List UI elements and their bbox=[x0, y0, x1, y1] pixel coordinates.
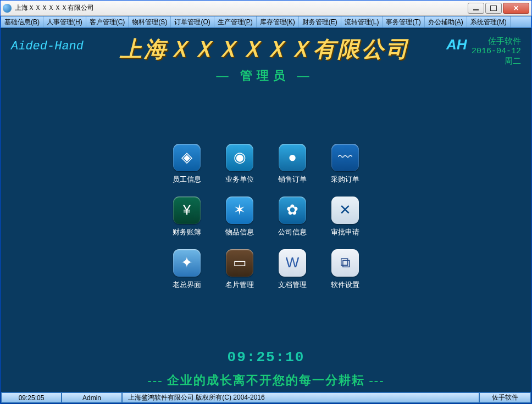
software-setting-icon: ⧉ bbox=[331, 249, 359, 277]
card-manage-label: 名片管理 bbox=[225, 280, 254, 290]
menu-m[interactable]: 系统管理(M) bbox=[467, 16, 511, 27]
weekday-label: 周二 bbox=[472, 56, 521, 66]
purchase-order-icon: 〰 bbox=[331, 144, 359, 171]
doc-manage-label: 文档管理 bbox=[278, 280, 307, 290]
finance-ledger-label: 财务账簿 bbox=[173, 227, 201, 237]
purchase-order-label: 采购订单 bbox=[331, 175, 359, 184]
maximize-button[interactable] bbox=[485, 3, 502, 14]
approval-label: 审批申请 bbox=[331, 227, 359, 237]
menu-o[interactable]: 订单管理(O) bbox=[171, 16, 214, 27]
app-window: 上海ＸＸＸＸＸＸ有限公司 基础信息(B)人事管理(H)客户管理(C)物料管理(S… bbox=[0, 0, 532, 404]
company-name: 上海ＸＸＸＸＸＸ有限公司 bbox=[84, 34, 446, 64]
card-manage-icon: ▭ bbox=[226, 249, 253, 277]
goods-info-label: 物品信息 bbox=[225, 227, 254, 237]
menu-l[interactable]: 流转管理(L) bbox=[341, 16, 383, 27]
status-brand: 佐手软件 bbox=[479, 392, 531, 403]
menu-t[interactable]: 事务管理(T) bbox=[383, 16, 424, 27]
tile-company-info[interactable]: ✿公司信息 bbox=[266, 190, 319, 243]
company-info-label: 公司信息 bbox=[278, 227, 307, 237]
menu-p[interactable]: 生产管理(P) bbox=[214, 16, 257, 27]
sales-order-icon: ● bbox=[279, 144, 306, 171]
menu-c[interactable]: 客户管理(C) bbox=[86, 16, 129, 27]
tile-doc-manage[interactable]: W文档管理 bbox=[266, 243, 319, 296]
banner-left-text: Aided-Hand bbox=[11, 40, 84, 53]
tile-finance-ledger[interactable]: ¥财务账簿 bbox=[160, 190, 213, 243]
menubar: 基础信息(B)人事管理(H)客户管理(C)物料管理(S)订单管理(O)生产管理(… bbox=[1, 16, 531, 28]
employee-info-label: 员工信息 bbox=[173, 175, 201, 184]
tile-employee-info[interactable]: ◈员工信息 bbox=[160, 138, 213, 190]
finance-ledger-icon: ¥ bbox=[173, 197, 201, 224]
tile-purchase-order[interactable]: 〰采购订单 bbox=[319, 138, 372, 190]
titlebar[interactable]: 上海ＸＸＸＸＸＸ有限公司 bbox=[1, 1, 531, 16]
menu-h[interactable]: 人事管理(H) bbox=[43, 16, 86, 27]
date-label: 2016-04-12 bbox=[472, 47, 521, 56]
banner: Aided-Hand 上海ＸＸＸＸＸＸ有限公司 — 管理员 — AH 佐手软件 … bbox=[1, 29, 531, 84]
boss-view-icon: ✦ bbox=[173, 249, 201, 277]
status-copyright: 上海鳌鸿软件有限公司 版权所有(C) 2004-2016 bbox=[122, 392, 479, 403]
tile-goods-info[interactable]: ✶物品信息 bbox=[213, 190, 266, 243]
business-unit-label: 业务单位 bbox=[225, 175, 254, 184]
role-label: — 管理员 — bbox=[84, 68, 446, 84]
minimize-button[interactable] bbox=[468, 3, 484, 14]
tile-software-setting[interactable]: ⧉软件设置 bbox=[319, 243, 372, 296]
menu-a[interactable]: 办公辅助(A) bbox=[425, 16, 467, 27]
approval-icon: ✕ bbox=[331, 197, 359, 224]
statusbar: 09:25:05 Admin 上海鳌鸿软件有限公司 版权所有(C) 2004-2… bbox=[1, 392, 531, 403]
software-setting-label: 软件设置 bbox=[331, 280, 359, 290]
tile-grid: ◈员工信息◉业务单位●销售订单〰采购订单¥财务账簿✶物品信息✿公司信息✕审批申请… bbox=[160, 138, 372, 296]
close-button[interactable] bbox=[503, 3, 529, 14]
app-icon bbox=[3, 4, 12, 13]
status-user: Admin bbox=[62, 392, 122, 403]
boss-view-label: 老总界面 bbox=[173, 280, 201, 290]
menu-e[interactable]: 财务管理(E) bbox=[299, 16, 341, 27]
menu-b[interactable]: 基础信息(B) bbox=[1, 16, 43, 27]
clock: 09:25:10 bbox=[1, 349, 531, 366]
tile-grid-wrap: ◈员工信息◉业务单位●销售订单〰采购订单¥财务账簿✶物品信息✿公司信息✕审批申请… bbox=[1, 84, 531, 349]
tile-card-manage[interactable]: ▭名片管理 bbox=[213, 243, 266, 296]
tile-approval[interactable]: ✕审批申请 bbox=[319, 190, 372, 243]
doc-manage-icon: W bbox=[279, 249, 306, 277]
window-title: 上海ＸＸＸＸＸＸ有限公司 bbox=[15, 3, 468, 13]
employee-info-icon: ◈ bbox=[173, 144, 201, 171]
goods-info-icon: ✶ bbox=[226, 197, 253, 224]
status-time: 09:25:05 bbox=[1, 392, 62, 403]
ah-logo: AH bbox=[446, 36, 467, 53]
company-info-icon: ✿ bbox=[279, 197, 306, 224]
business-unit-icon: ◉ bbox=[226, 144, 253, 171]
sales-order-label: 销售订单 bbox=[278, 175, 307, 184]
tile-business-unit[interactable]: ◉业务单位 bbox=[213, 138, 266, 190]
banner-right: AH 佐手软件 2016-04-12 周二 bbox=[446, 36, 521, 66]
client-area: Aided-Hand 上海ＸＸＸＸＸＸ有限公司 — 管理员 — AH 佐手软件 … bbox=[1, 28, 531, 403]
tile-sales-order[interactable]: ●销售订单 bbox=[266, 138, 319, 190]
menu-k[interactable]: 库存管理(K) bbox=[257, 16, 299, 27]
slogan: --- 企业的成长离不开您的每一分耕耘 --- bbox=[1, 372, 531, 392]
menu-s[interactable]: 物料管理(S) bbox=[129, 16, 171, 27]
tile-boss-view[interactable]: ✦老总界面 bbox=[160, 243, 213, 296]
brand-small: 佐手软件 bbox=[472, 36, 521, 47]
